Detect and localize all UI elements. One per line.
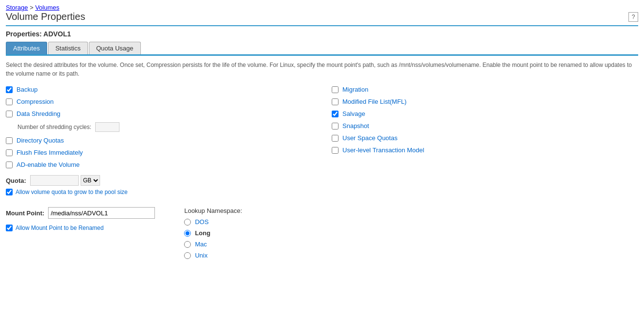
quota-row: Quota: GB MB TB <box>6 175 312 186</box>
allow-quota-row: Allow volume quota to grow to the pool s… <box>6 189 312 195</box>
allow-rename-row: Allow Mount Point to be Renamed <box>6 225 155 231</box>
page-title: Volume Properties <box>6 11 85 22</box>
checkbox-snapshot: Snapshot <box>332 122 638 129</box>
ad-enable-label[interactable]: AD-enable the Volume <box>17 161 80 168</box>
breadcrumb-storage[interactable]: Storage <box>6 4 28 11</box>
long-label[interactable]: Long <box>195 229 210 237</box>
mount-point-input[interactable] <box>48 207 155 219</box>
quota-label: Quota: <box>6 177 26 184</box>
allow-rename-checkbox[interactable] <box>6 225 13 231</box>
mfl-checkbox[interactable] <box>332 98 339 105</box>
shredding-cycles-label: Number of shredding cycles: <box>17 124 91 130</box>
checkbox-user-level-transaction: User-level Transaction Model <box>332 146 638 154</box>
checkbox-flush-files: Flush Files Immediately <box>6 149 312 156</box>
mount-point-label: Mount Point: <box>6 210 44 217</box>
tab-bar: Attributes Statistics Quota Usage <box>6 42 638 54</box>
long-radio[interactable] <box>184 230 191 237</box>
checkbox-directory-quotas: Directory Quotas <box>6 137 312 144</box>
flush-files-label[interactable]: Flush Files Immediately <box>17 149 83 156</box>
user-space-quotas-label[interactable]: User Space Quotas <box>342 134 397 142</box>
tab-bar-line <box>6 54 638 56</box>
dos-radio[interactable] <box>184 219 191 226</box>
user-level-transaction-checkbox[interactable] <box>332 147 339 154</box>
unix-label[interactable]: Unix <box>195 252 207 259</box>
right-column: Migration Modified File List(MFL) Salvag… <box>322 86 638 202</box>
checkbox-backup: Backup <box>6 86 312 93</box>
radio-long: Long <box>184 229 242 237</box>
directory-quotas-checkbox[interactable] <box>6 137 13 144</box>
mac-radio[interactable] <box>184 241 191 248</box>
mount-point-section: Mount Point: Allow Mount Point to be Ren… <box>6 207 638 263</box>
allow-grow-label[interactable]: Allow volume quota to grow to the pool s… <box>16 189 128 195</box>
checkbox-mfl: Modified File List(MFL) <box>332 98 638 105</box>
checkbox-ad-enable: AD-enable the Volume <box>6 161 312 168</box>
help-icon[interactable]: ? <box>628 12 638 22</box>
properties-header: Properties: ADVOL1 <box>6 30 638 38</box>
tab-quota-usage[interactable]: Quota Usage <box>89 42 141 54</box>
shredding-cycles-input[interactable] <box>95 122 119 132</box>
user-space-quotas-checkbox[interactable] <box>332 135 339 142</box>
snapshot-label[interactable]: Snapshot <box>342 122 369 129</box>
salvage-label[interactable]: Salvage <box>342 110 365 117</box>
checkbox-compression: Compression <box>6 98 312 105</box>
ad-enable-checkbox[interactable] <box>6 162 13 168</box>
mac-label[interactable]: Mac <box>195 241 207 248</box>
compression-label[interactable]: Compression <box>17 98 54 105</box>
attributes-area: Backup Compression Data Shredding Number… <box>6 86 638 202</box>
quota-unit-select[interactable]: GB MB TB <box>81 175 100 186</box>
breadcrumb-volumes[interactable]: Volumes <box>35 4 59 11</box>
flush-files-checkbox[interactable] <box>6 149 13 156</box>
description-text: Select the desired attributes for the vo… <box>6 61 638 78</box>
radio-mac: Mac <box>184 241 242 248</box>
allow-rename-label[interactable]: Allow Mount Point to be Renamed <box>16 225 103 231</box>
mount-left: Mount Point: Allow Mount Point to be Ren… <box>6 207 155 263</box>
migration-label[interactable]: Migration <box>342 86 368 93</box>
checkbox-user-space-quotas: User Space Quotas <box>332 134 638 142</box>
checkbox-salvage: Salvage <box>332 110 638 117</box>
left-column: Backup Compression Data Shredding Number… <box>6 86 322 202</box>
mfl-label[interactable]: Modified File List(MFL) <box>342 98 407 105</box>
backup-label[interactable]: Backup <box>17 86 37 93</box>
lookup-namespace-section: Lookup Namespace: DOS Long Mac Unix <box>184 207 242 263</box>
checkbox-migration: Migration <box>332 86 638 93</box>
data-shredding-label[interactable]: Data Shredding <box>17 110 60 117</box>
directory-quotas-label[interactable]: Directory Quotas <box>17 137 64 144</box>
allow-grow-checkbox[interactable] <box>6 189 13 195</box>
checkbox-data-shredding: Data Shredding <box>6 110 312 117</box>
dos-label[interactable]: DOS <box>195 218 208 226</box>
shredding-cycles-row: Number of shredding cycles: <box>17 122 312 132</box>
data-shredding-checkbox[interactable] <box>6 111 13 117</box>
quota-input[interactable] <box>30 175 79 186</box>
breadcrumb: Storage > Volumes <box>6 4 638 11</box>
tab-attributes[interactable]: Attributes <box>6 42 47 54</box>
mount-point-row: Mount Point: <box>6 207 155 219</box>
tab-statistics[interactable]: Statistics <box>48 42 88 54</box>
radio-unix: Unix <box>184 252 242 259</box>
salvage-checkbox[interactable] <box>332 111 339 117</box>
unix-radio[interactable] <box>184 252 191 259</box>
migration-checkbox[interactable] <box>332 86 339 93</box>
lookup-namespace-title: Lookup Namespace: <box>184 207 242 214</box>
snapshot-checkbox[interactable] <box>332 123 339 129</box>
radio-dos: DOS <box>184 218 242 226</box>
compression-checkbox[interactable] <box>6 98 13 105</box>
user-level-transaction-label[interactable]: User-level Transaction Model <box>342 146 424 154</box>
backup-checkbox[interactable] <box>6 86 13 93</box>
